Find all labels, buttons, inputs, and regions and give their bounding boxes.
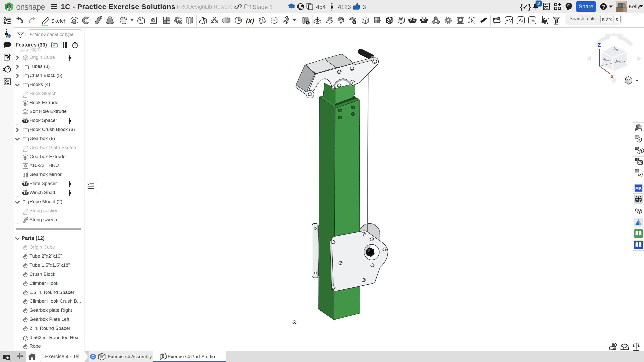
svg-text:Ds: Ds	[529, 18, 535, 23]
svg-text:(x): (x)	[246, 16, 254, 25]
svg-text:?: ?	[602, 4, 605, 10]
svg-text:Ai: Ai	[519, 18, 523, 23]
svg-text:SM: SM	[505, 18, 513, 23]
